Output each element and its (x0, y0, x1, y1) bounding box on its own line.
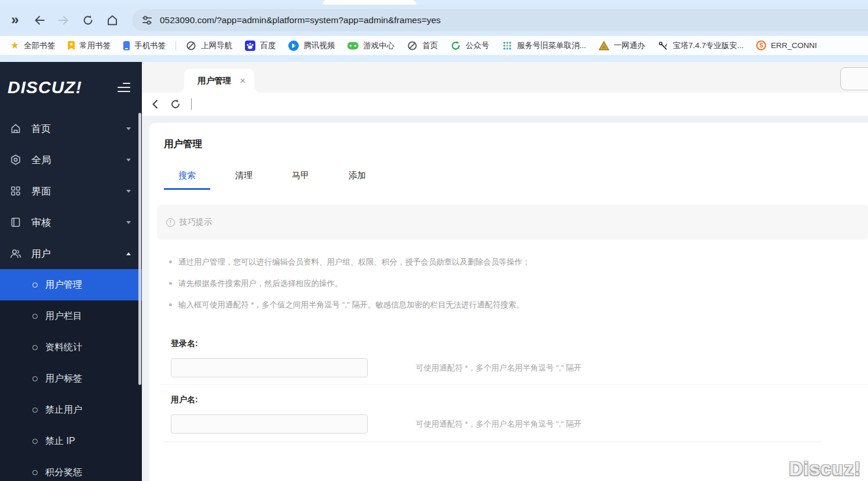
chevron-down-icon (126, 127, 131, 130)
username-input[interactable] (171, 414, 368, 434)
bullet-circle-icon (32, 314, 38, 319)
tab-add[interactable]: 添加 (334, 170, 380, 190)
bookmarks-separator (175, 41, 176, 50)
back-icon[interactable] (29, 10, 50, 31)
bookmark-baidu[interactable]: 百度 (239, 38, 282, 53)
workspace-toolbar (142, 93, 868, 116)
bookmark-label: 一网通办 (614, 41, 645, 51)
bookmark-ribbon-icon (68, 41, 75, 50)
chevron-down-icon (126, 221, 131, 224)
users-submenu: 用户管理 用户栏目 资料统计 用户标签 禁止用户 禁止 IP (0, 269, 142, 481)
bookmark-label: 首页 (422, 41, 438, 51)
gamepad-icon (347, 42, 358, 50)
submenu-item-label: 资料统计 (45, 342, 82, 354)
overflow-chevrons-icon[interactable]: » (5, 10, 25, 31)
home-button-icon[interactable] (102, 10, 123, 31)
sidebar-item-label: 首页 (31, 122, 126, 135)
bookmark-baota[interactable]: 宝塔7.4.7专业版安... (651, 38, 750, 53)
bookmark-all[interactable]: ★ 全部书签 (4, 38, 61, 53)
submenu-item-label: 用户管理 (45, 279, 82, 291)
submenu-item-user-tags[interactable]: 用户标签 (0, 363, 142, 394)
tab-search[interactable]: 搜索 (164, 170, 210, 190)
content-tabs: 搜索 清理 马甲 添加 (164, 170, 868, 190)
bookmark-service-menu[interactable]: 服务号旧菜单取消... (496, 38, 592, 53)
bookmark-yiwangtongban[interactable]: 一网通办 (592, 38, 651, 53)
bookmark-official-account[interactable]: 公众号 (444, 38, 496, 53)
error-s-icon (756, 41, 766, 50)
browser-toolbar: » 0523090.com/?app=admin&platform=system… (0, 5, 868, 36)
tab-strip-corner-button[interactable] (840, 67, 868, 90)
submenu-item-label: 用户栏目 (45, 310, 82, 322)
url-text[interactable]: 0523090.com/?app=admin&platform=system?a… (160, 15, 441, 25)
back-chevron-icon[interactable] (151, 99, 160, 109)
play-circle-icon (288, 41, 299, 51)
username-hint: 可使用通配符 *，多个用户名用半角逗号 "," 隔开 (416, 419, 581, 429)
sidebar: DISCUZ! 首页 全局 界面 (0, 62, 142, 481)
workspace-tab-title: 用户管理 (197, 75, 231, 86)
tab-sockpuppet[interactable]: 马甲 (277, 170, 324, 190)
submenu-item-user-management[interactable]: 用户管理 (0, 269, 142, 300)
bookmark-game-center[interactable]: 游戏中心 (341, 38, 401, 53)
submenu-item-label: 积分奖惩 (45, 467, 82, 479)
bookmark-err-conn[interactable]: ERR_CONNI (750, 38, 823, 53)
phone-icon (123, 41, 130, 50)
submenu-item-label: 禁止用户 (45, 404, 82, 416)
bookmark-label: 公众号 (466, 41, 489, 51)
submenu-item-user-columns[interactable]: 用户栏目 (0, 300, 142, 332)
sidebar-scrollbar[interactable] (138, 113, 141, 385)
sidebar-collapse-icon[interactable] (118, 83, 130, 92)
pen-icon (658, 41, 668, 51)
tip-item: 输入框可使用通配符 *，多个值之间用半角逗号 "," 隔开。敏感信息加密的栏目无… (164, 300, 868, 310)
site-info-icon[interactable] (141, 14, 153, 26)
tips-header: 技巧提示 (157, 205, 868, 240)
bookmark-label: 服务号旧菜单取消... (517, 41, 586, 51)
sidebar-item-interface[interactable]: 界面 (0, 175, 142, 207)
bookmark-homepage[interactable]: 首页 (401, 38, 444, 53)
url-bar[interactable]: 0523090.com/?app=admin&platform=system?a… (132, 9, 868, 31)
content-card: 用户管理 搜索 清理 马甲 添加 技巧提示 通过用户管理，您可以进行编辑会员资料… (149, 123, 868, 481)
sidebar-item-home[interactable]: 首页 (0, 113, 142, 144)
login-name-input[interactable] (171, 358, 368, 377)
tips-title: 技巧提示 (180, 217, 212, 227)
main-area: 用户管理 × 用户管理 搜索 清理 马甲 添加 技 (142, 62, 868, 481)
submenu-item-profile-stats[interactable]: 资料统计 (0, 332, 142, 363)
sidebar-item-audit[interactable]: 审核 (0, 207, 142, 238)
tab-clean[interactable]: 清理 (221, 170, 267, 190)
bookmark-label: 手机书签 (134, 41, 166, 51)
sidebar-item-users[interactable]: 用户 (0, 238, 142, 269)
bullet-circle-icon (32, 345, 38, 350)
discuz-logo[interactable]: DISCUZ! (8, 78, 82, 97)
bookmark-label: 全部书签 (24, 41, 55, 51)
sidebar-item-global[interactable]: 全局 (0, 144, 142, 175)
star-icon: ★ (10, 41, 19, 50)
close-icon[interactable]: × (240, 76, 246, 86)
slashed-circle-icon (186, 41, 196, 51)
users-icon (9, 247, 22, 260)
submenu-item-ban-users[interactable]: 禁止用户 (0, 394, 142, 425)
login-name-hint: 可使用通配符 *，多个用户名用半角逗号 "," 隔开 (416, 363, 581, 373)
chevron-down-icon (126, 159, 131, 161)
submenu-item-credit-rewards[interactable]: 积分奖惩 (0, 457, 142, 481)
username-label: 用户名: (171, 395, 868, 405)
audit-book-icon (9, 216, 22, 229)
bookmark-tencent-video[interactable]: 腾讯视频 (282, 38, 341, 53)
bookmark-label: 百度 (260, 41, 276, 51)
reload-icon[interactable] (78, 10, 98, 31)
sidebar-item-label: 审核 (31, 216, 126, 229)
refresh-icon[interactable] (170, 98, 181, 110)
active-browser-tab[interactable] (323, 0, 416, 5)
tips-list: 通过用户管理，您可以进行编辑会员资料、用户组、权限、积分，授予会员勋章以及删除会… (164, 257, 868, 310)
slashed-circle-icon (407, 41, 417, 51)
workspace-tab-user-management[interactable]: 用户管理 × (184, 69, 254, 93)
layout-grid-icon (9, 185, 22, 197)
chevron-up-icon (126, 252, 131, 255)
bookmark-nav[interactable]: 上网导航 (180, 38, 239, 53)
submenu-item-ban-ip[interactable]: 禁止 IP (0, 425, 142, 457)
gold-triangle-icon (599, 41, 609, 50)
chevron-down-icon (126, 190, 131, 193)
bullet-circle-icon (32, 376, 38, 381)
bookmark-frequent[interactable]: 常用书签 (61, 38, 117, 53)
dotted-divider (164, 442, 822, 442)
workspace-tab-strip: 用户管理 × (142, 62, 868, 93)
bookmark-mobile[interactable]: 手机书签 (117, 38, 172, 53)
